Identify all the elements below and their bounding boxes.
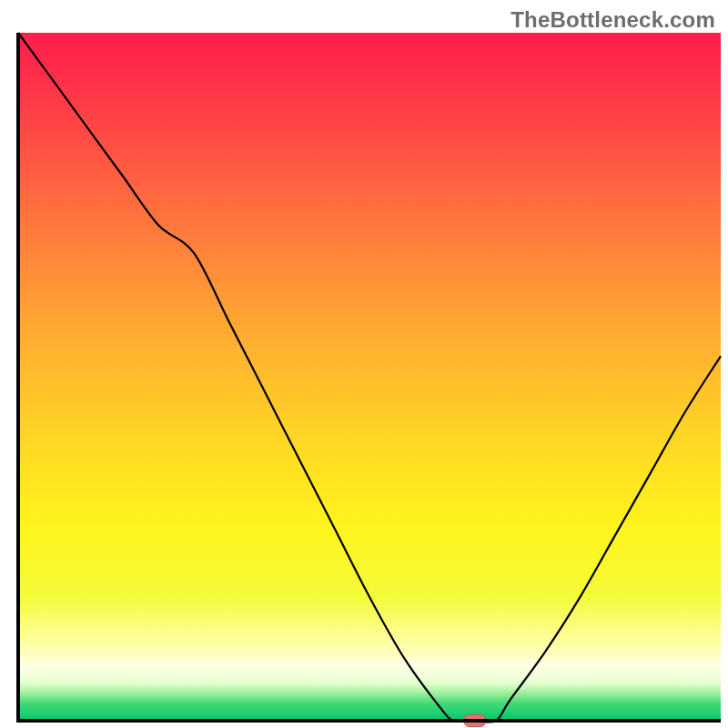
plot-background	[18, 33, 721, 721]
chart-container: TheBottleneck.com	[0, 0, 728, 728]
watermark-text: TheBottleneck.com	[511, 7, 715, 33]
bottleneck-chart	[0, 0, 728, 728]
